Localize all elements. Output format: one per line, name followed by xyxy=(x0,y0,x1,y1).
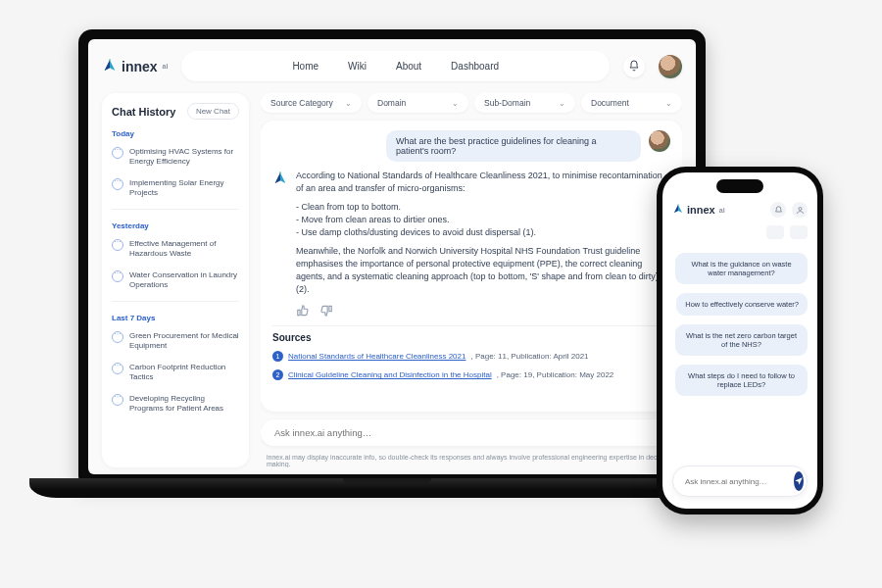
suggestion-bubble[interactable]: What steps do I need to follow to replac… xyxy=(675,365,808,396)
svg-point-0 xyxy=(109,59,111,61)
prompt-input[interactable] xyxy=(685,477,788,486)
history-item[interactable]: Green Procurement for Medical Equipment xyxy=(112,328,239,354)
group-today: Today xyxy=(112,129,239,138)
history-item[interactable]: Carbon Footprint Reduction Tactics xyxy=(112,360,239,385)
brand-suffix: ai xyxy=(719,207,725,214)
chevron-down-icon: ⌄ xyxy=(345,99,352,108)
nav-about[interactable]: About xyxy=(384,57,433,75)
history-item[interactable]: Water Conservation in Laundry Operations xyxy=(112,268,239,293)
source-meta: , Page: 19, Publication: May 2022 xyxy=(497,370,614,379)
history-item[interactable]: Optimising HVAC Systems for Energy Effic… xyxy=(112,144,239,170)
ai-message: According to National Standards of Healt… xyxy=(296,170,670,296)
source-link[interactable]: Clinical Guideline Cleaning and Disinfec… xyxy=(288,370,492,379)
group-last7: Last 7 Days xyxy=(112,314,239,322)
nav-dashboard[interactable]: Dashboard xyxy=(439,57,511,75)
phone-frame: innexai What is the guidance on waste wa… xyxy=(657,167,823,514)
feedback-row xyxy=(272,304,670,318)
logo-icon xyxy=(672,204,684,216)
chat-icon xyxy=(112,394,123,406)
filter-row: Source Category⌄ Domain⌄ Sub-Domain⌄ Doc… xyxy=(261,93,682,113)
nav-wiki[interactable]: Wiki xyxy=(336,57,378,75)
chevron-down-icon: ⌄ xyxy=(559,99,565,108)
svg-point-3 xyxy=(799,207,802,210)
divider xyxy=(112,301,239,302)
nav-home[interactable]: Home xyxy=(280,57,330,75)
phone-prompt-box[interactable] xyxy=(672,466,808,497)
brand-name: innex xyxy=(687,204,715,216)
user-message-row: What are the best practice guidelines fo… xyxy=(272,130,670,162)
prompt-input[interactable] xyxy=(274,427,668,438)
source-meta: , Page: 11, Publication: April 2021 xyxy=(470,352,588,361)
laptop-base xyxy=(29,478,745,498)
laptop-hinge-notch xyxy=(343,478,431,484)
logo-icon xyxy=(272,172,288,187)
columns: Chat History New Chat Today Optimising H… xyxy=(102,93,682,467)
main-nav: Home Wiki About Dashboard xyxy=(181,51,610,81)
sidebar-header: Chat History New Chat xyxy=(112,103,239,120)
chat-icon xyxy=(112,178,123,190)
laptop-bezel: innexai Home Wiki About Dashboard xyxy=(78,29,706,480)
source-badge: 2 xyxy=(272,369,283,380)
phone-header-actions xyxy=(770,202,808,218)
brand-name: innex xyxy=(122,59,158,74)
filter-chip[interactable] xyxy=(790,225,808,239)
laptop-frame: innexai Home Wiki About Dashboard xyxy=(74,29,710,529)
filter-domain[interactable]: Domain⌄ xyxy=(368,93,468,113)
history-item[interactable]: Implementing Solar Energy Projects xyxy=(112,175,239,201)
phone-suggestions: What is the guidance on waste water mana… xyxy=(672,253,808,396)
source-item: 2 Clinical Guideline Cleaning and Disinf… xyxy=(272,369,670,380)
thumbs-up-icon[interactable] xyxy=(296,304,310,318)
logo-icon xyxy=(102,59,118,74)
notifications-button[interactable] xyxy=(770,202,786,218)
laptop-screen: innexai Home Wiki About Dashboard xyxy=(88,39,696,474)
ai-message-row: According to National Standards of Healt… xyxy=(272,170,670,296)
sidebar-title: Chat History xyxy=(112,106,175,118)
avatar[interactable] xyxy=(792,202,808,218)
svg-point-1 xyxy=(279,172,281,173)
new-chat-button[interactable]: New Chat xyxy=(187,103,239,120)
disclaimer-text: innex.ai may display inaccurate info, so… xyxy=(261,454,682,467)
history-item[interactable]: Developing Recycling Programs for Patien… xyxy=(112,391,239,416)
chat-icon xyxy=(112,363,123,374)
chat-icon xyxy=(112,270,123,282)
dynamic-island xyxy=(716,179,763,193)
phone-screen: innexai What is the guidance on waste wa… xyxy=(662,172,817,509)
suggestion-bubble[interactable]: What is the guidance on waste water mana… xyxy=(675,253,808,284)
send-button[interactable] xyxy=(794,471,804,491)
filter-document[interactable]: Document⌄ xyxy=(581,93,682,113)
thumbs-down-icon[interactable] xyxy=(319,304,333,318)
phone-topbar: innexai xyxy=(672,202,808,218)
brand-logo[interactable]: innexai xyxy=(102,59,168,74)
suggestion-bubble[interactable]: How to effectively conserve water? xyxy=(676,293,808,316)
source-link[interactable]: National Standards of Healthcare Cleanli… xyxy=(288,352,466,361)
chat-icon xyxy=(112,147,123,159)
prompt-box[interactable] xyxy=(261,419,682,446)
bell-icon xyxy=(628,60,640,74)
sources-heading: Sources xyxy=(272,325,670,343)
chat-history-sidebar: Chat History New Chat Today Optimising H… xyxy=(102,93,249,467)
filter-chip[interactable] xyxy=(766,225,784,239)
svg-point-2 xyxy=(677,204,679,206)
chat-icon xyxy=(112,331,123,343)
avatar xyxy=(649,130,670,152)
phone-filter-row xyxy=(672,225,808,239)
source-item: 1 National Standards of Healthcare Clean… xyxy=(272,351,670,362)
divider xyxy=(112,209,239,210)
app-root: innexai Home Wiki About Dashboard xyxy=(88,39,696,474)
group-yesterday: Yesterday xyxy=(112,221,239,230)
filter-source-category[interactable]: Source Category⌄ xyxy=(261,93,362,113)
chat-icon xyxy=(112,239,123,251)
notifications-button[interactable] xyxy=(623,56,645,77)
topbar: innexai Home Wiki About Dashboard xyxy=(102,51,682,81)
avatar[interactable] xyxy=(659,55,682,78)
suggestion-bubble[interactable]: What is the net zero carbon target of th… xyxy=(675,324,808,356)
source-badge: 1 xyxy=(272,351,283,362)
history-item[interactable]: Effective Management of Hazardous Waste xyxy=(112,236,239,262)
brand-suffix: ai xyxy=(163,63,169,70)
filter-subdomain[interactable]: Sub-Domain⌄ xyxy=(474,93,575,113)
chevron-down-icon: ⌄ xyxy=(665,99,672,108)
brand-logo[interactable]: innexai xyxy=(672,204,725,216)
user-message: What are the best practice guidelines fo… xyxy=(386,130,641,162)
chat-panel: What are the best practice guidelines fo… xyxy=(261,121,682,412)
main-column: Source Category⌄ Domain⌄ Sub-Domain⌄ Doc… xyxy=(261,93,682,467)
